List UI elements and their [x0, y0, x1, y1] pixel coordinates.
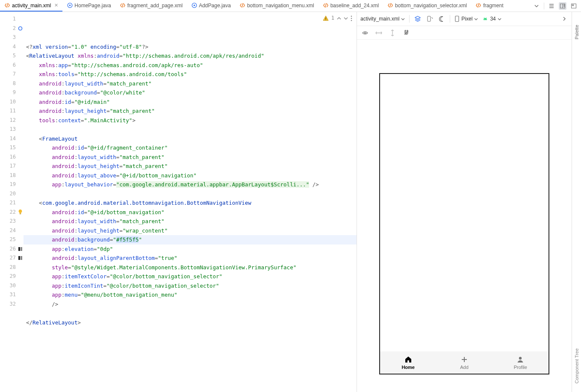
xml-file-icon — [4, 3, 10, 9]
svg-point-1 — [69, 5, 71, 6]
svg-rect-7 — [572, 5, 574, 6]
editor-tab[interactable]: activity_main.xml✕ — [0, 0, 62, 12]
code-line[interactable]: android:background="#f5f5f5" — [24, 235, 357, 245]
tabs-dropdown-icon[interactable] — [533, 2, 540, 10]
code-editor[interactable]: 1234567891011121314151617181920212223242… — [0, 12, 357, 392]
editor-tab[interactable]: fragment_add_page.xml — [115, 0, 187, 12]
code-line[interactable]: app:elevation="0dp" — [24, 245, 357, 254]
editor-tab[interactable]: AddPage.java — [187, 0, 235, 12]
svg-point-18 — [351, 20, 352, 21]
api-selector[interactable]: 34 — [482, 16, 501, 22]
code-line[interactable]: style="@style/Widget.MaterialComponents.… — [24, 263, 357, 272]
orientation-icon[interactable] — [426, 15, 434, 23]
design-toolbar-secondary — [357, 26, 572, 40]
editor-code-area[interactable]: 1 <?xml version="1.0" encoding="utf-8"?>… — [24, 12, 357, 392]
visibility-icon[interactable] — [361, 29, 369, 37]
component-tree-tab[interactable]: Component Tree — [574, 348, 579, 383]
editor-tab[interactable]: HomePage.java — [62, 0, 115, 12]
design-canvas[interactable]: HomeAddProfile — [357, 40, 572, 392]
view-design-icon[interactable] — [570, 2, 578, 10]
code-line[interactable]: <FrameLayout — [24, 134, 357, 144]
code-line[interactable] — [24, 189, 357, 199]
code-line[interactable] — [24, 309, 357, 318]
magnet-icon[interactable] — [402, 29, 410, 37]
line-number: 9 — [0, 88, 24, 97]
code-line[interactable]: android:layout_height="match_parent" — [24, 106, 357, 116]
svg-line-23 — [484, 18, 484, 18]
chevron-down-icon — [498, 17, 501, 21]
chevron-down-icon[interactable] — [344, 16, 348, 21]
gutter-swatch-icon[interactable] — [18, 254, 23, 259]
code-line[interactable]: app:menu="@menu/bottom_navigation_menu" — [24, 290, 357, 300]
code-line[interactable]: android:background="@color/white" — [24, 88, 357, 97]
code-line[interactable]: android:layout_width="match_parent" — [24, 217, 357, 226]
code-line[interactable]: android:layout_width="match_parent" — [24, 79, 357, 88]
code-line[interactable]: xmlns:app="http://schemas.android.com/ap… — [24, 61, 357, 70]
chevron-right-icon[interactable] — [560, 15, 568, 23]
code-line[interactable]: android:layout_alignParentBottom="true" — [24, 253, 357, 263]
design-preview-pane: activity_main.xml Pixel 3 — [357, 12, 581, 392]
code-line[interactable]: <com.google.android.material.bottomnavig… — [24, 198, 357, 208]
close-icon[interactable]: ✕ — [54, 3, 58, 8]
device-selector[interactable]: Pixel — [454, 15, 478, 22]
code-line[interactable] — [24, 327, 357, 336]
tab-label: baseline_add_24.xml — [330, 3, 379, 9]
bottom-nav-add[interactable]: Add — [436, 351, 492, 374]
line-number: 28 — [0, 263, 24, 272]
tab-label: AddPage.java — [199, 3, 231, 9]
chevron-down-icon — [474, 17, 478, 21]
line-number: 12 — [0, 116, 24, 125]
code-line[interactable]: android:id="@+id/bottom_navigation" — [24, 208, 357, 217]
code-line[interactable]: app:layout_behavior="com.google.android.… — [24, 180, 357, 189]
code-line[interactable]: xmlns:tools="http://schemas.android.com/… — [24, 70, 357, 79]
line-number: 3 — [0, 33, 24, 42]
line-number: 30 — [0, 281, 24, 291]
pan-horizontal-icon[interactable] — [375, 29, 383, 37]
night-mode-icon[interactable] — [438, 15, 445, 23]
line-number: 15 — [0, 143, 24, 153]
editor-tab[interactable]: bottom_navigation_menu.xml — [235, 0, 319, 12]
line-number: 27 — [0, 253, 24, 263]
gutter-swatch-icon[interactable] — [18, 245, 23, 251]
code-line[interactable]: </RelativeLayout> — [24, 318, 357, 327]
line-number: 5 — [0, 51, 24, 61]
svg-point-17 — [351, 18, 352, 19]
code-line[interactable]: android:layout_height="wrap_content" — [24, 226, 357, 236]
code-line[interactable]: android:layout_height="match_parent" — [24, 162, 357, 171]
code-line[interactable]: <RelativeLayout xmlns:android="http://sc… — [24, 51, 357, 61]
bottom-nav-home[interactable]: Home — [380, 351, 436, 374]
tab-label: bottom_navigation_menu.xml — [247, 3, 314, 9]
gutter-bulb-icon[interactable] — [18, 209, 23, 214]
code-line[interactable]: app:itemTextColor="@color/bottom_navigat… — [24, 272, 357, 281]
editor-tab[interactable]: fragment — [471, 0, 507, 12]
plus-icon — [460, 355, 469, 364]
code-line[interactable]: <?xml version="1.0" encoding="utf-8"?> — [24, 42, 357, 52]
device-frame: HomeAddProfile — [379, 73, 549, 374]
line-number: 14 — [0, 134, 24, 144]
code-line[interactable]: app:itemIconTint="@color/bottom_navigati… — [24, 281, 357, 291]
view-split-icon[interactable] — [559, 2, 566, 10]
code-line[interactable]: android:layout_width="match_parent" — [24, 153, 357, 162]
chevron-up-icon[interactable] — [337, 16, 341, 21]
palette-tab[interactable]: Palette — [574, 25, 579, 39]
editor-tab[interactable]: bottom_navigation_selector.xml — [383, 0, 471, 12]
code-line[interactable]: tools:context=".MainActivity"> — [24, 116, 357, 125]
gutter-ring-blue-icon[interactable] — [18, 25, 23, 30]
code-line[interactable]: android:id="@+id/main" — [24, 97, 357, 107]
design-surface-icon[interactable] — [414, 15, 422, 23]
view-list-icon[interactable] — [548, 2, 555, 10]
line-number: 11 — [0, 106, 24, 116]
more-icon[interactable] — [351, 15, 352, 21]
svg-rect-20 — [455, 16, 459, 22]
code-line[interactable]: android:layout_above="@+id/bottom_naviga… — [24, 171, 357, 180]
editor-tab[interactable]: baseline_add_24.xml — [319, 0, 383, 12]
design-file-selector[interactable]: activity_main.xml — [360, 16, 405, 22]
code-line[interactable]: /> — [24, 300, 357, 309]
line-number: 20 — [0, 189, 24, 199]
inspection-widget[interactable]: 1 — [323, 14, 352, 23]
bottom-nav-profile[interactable]: Profile — [493, 351, 549, 374]
pan-vertical-icon[interactable] — [389, 29, 396, 37]
code-line[interactable] — [24, 125, 357, 134]
line-number: 24 — [0, 226, 24, 236]
code-line[interactable]: android:id="@+id/fragment_container" — [24, 143, 357, 153]
